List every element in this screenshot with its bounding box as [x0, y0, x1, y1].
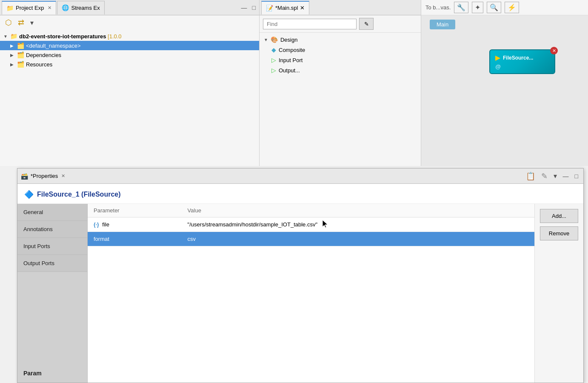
- close-icon[interactable]: ✕: [48, 5, 51, 11]
- canvas-breadcrumb: To b...vas.: [425, 4, 451, 11]
- node-label: FileSource...: [503, 55, 533, 61]
- sidebar-item-input-ports[interactable]: Input Ports: [17, 238, 87, 255]
- canvas-node-filesource[interactable]: ✕ ▶ FileSource... @: [489, 49, 555, 74]
- properties-panel: 🗃️ *Properties ✕ 📋 ✎ ▾ — □ 🔷 FileSource_…: [17, 168, 584, 383]
- param-label-format: format: [94, 236, 109, 242]
- sidebar-item-output-ports[interactable]: Output Ports: [17, 255, 87, 272]
- col-header-value: Value: [182, 204, 534, 217]
- left-toolbar: ⬡ ⇄ ▾: [0, 15, 259, 30]
- dependencies-label: Dependencies: [26, 52, 61, 58]
- tab-main-spl-close[interactable]: ✕: [300, 5, 305, 11]
- spl-tab-bar: 📝 *Main.spl ✕: [260, 0, 421, 15]
- node-arrow-icon: ▶: [495, 54, 500, 62]
- tree-item-default-namespace[interactable]: ▶ 🗂️ <default_namespace>: [0, 41, 259, 50]
- project-root-label: db2-event-store-iot-temperatures [1.0.0: [19, 33, 122, 40]
- tab-main-spl[interactable]: 📝 *Main.spl ✕: [261, 1, 309, 14]
- tree-root[interactable]: ▼ 📁 db2-event-store-iot-temperatures [1.…: [0, 31, 259, 41]
- properties-tab-icon: 🗃️: [21, 173, 28, 180]
- properties-body: General Annotations Input Ports Output P…: [17, 204, 583, 383]
- tree-item-resources[interactable]: ▶ 🗂️ Resources: [0, 60, 259, 69]
- tab-streams-explorer[interactable]: 🌐 Streams Ex: [57, 1, 104, 14]
- props-chevron-icon: ▾: [554, 172, 557, 180]
- sidebar-item-general[interactable]: General: [17, 204, 87, 221]
- canvas-panel: To b...vas. 🔧 ✦ 🔍 ⚡ Main ✕ ▶ FileSource.…: [421, 0, 588, 166]
- remove-button[interactable]: Remove: [540, 226, 578, 240]
- left-tab-bar: 📁 Project Exp ✕ 🌐 Streams Ex — □: [0, 0, 259, 15]
- tab-project-explorer[interactable]: 📁 Project Exp ✕: [2, 1, 56, 14]
- spl-tree-composite[interactable]: ◆ Composite: [260, 45, 421, 55]
- project-explorer-panel: 📁 Project Exp ✕ 🌐 Streams Ex — □ ⬡ ⇄ ▾: [0, 0, 260, 166]
- properties-actions: Add... Remove: [534, 204, 583, 383]
- sidebar-footer-param: Param: [17, 364, 87, 383]
- chevron-down-icon: ▾: [30, 19, 34, 26]
- node-at-symbol: @: [495, 63, 549, 70]
- resources-icon: 🗂️: [17, 61, 24, 68]
- find-bar: ✎: [260, 15, 421, 33]
- input-port-icon: ▷: [271, 57, 276, 63]
- properties-title-bar-actions: 📋 ✎ ▾ — □: [524, 171, 580, 182]
- design-arrow-icon: ▼: [264, 37, 268, 42]
- tree-item-dependencies[interactable]: ▶ 🗂️ Dependencies: [0, 50, 259, 60]
- param-label-file: file: [102, 221, 109, 228]
- heading-icon: 🔷: [24, 190, 34, 199]
- properties-tab-close-icon: ✕: [61, 173, 65, 179]
- canvas-tool-2[interactable]: ✦: [472, 2, 483, 13]
- properties-sidebar: General Annotations Input Ports Output P…: [17, 204, 88, 383]
- param-cell-format: format: [88, 232, 182, 246]
- value-cell-file: "/users/streamsadmin/hostdir/sample_IOT_…: [182, 217, 534, 232]
- node-close-icon[interactable]: ✕: [550, 47, 558, 54]
- canvas-tool-1[interactable]: 🔧: [454, 2, 468, 13]
- properties-heading: 🔷 FileSource_1 (FileSource): [17, 184, 583, 204]
- table-row[interactable]: {·} file "/users/streamsadmin/hostdir/sa…: [88, 217, 534, 232]
- minimize-button[interactable]: —: [240, 3, 249, 12]
- canvas-extra-button[interactable]: ⚡: [505, 2, 519, 13]
- chevron-down-button[interactable]: ▾: [29, 18, 35, 28]
- project-version-label: [1.0.0: [108, 33, 122, 40]
- find-icon: ✎: [364, 21, 369, 27]
- project-tree: ▼ 📁 db2-event-store-iot-temperatures [1.…: [0, 30, 259, 166]
- spl-tree-output[interactable]: ▷ Output...: [260, 65, 421, 75]
- find-input[interactable]: [263, 19, 357, 29]
- project-name-label: db2-event-store-iot-temperatures: [19, 33, 106, 40]
- namespace-label: <default_namespace>: [26, 43, 81, 49]
- col-header-parameter: Parameter: [88, 204, 182, 217]
- dependencies-icon: 🗂️: [17, 51, 24, 58]
- add-button[interactable]: Add...: [540, 209, 578, 223]
- design-icon: 🎨: [271, 36, 278, 43]
- props-edit-button[interactable]: ✎: [539, 171, 549, 182]
- props-maximize-button[interactable]: □: [573, 171, 580, 182]
- collapse-arrow-icon: ▶: [10, 43, 15, 48]
- properties-title-bar: 🗃️ *Properties ✕ 📋 ✎ ▾ — □: [17, 169, 583, 184]
- props-minimize-button[interactable]: —: [561, 171, 571, 182]
- resources-arrow-icon: ▶: [10, 62, 15, 67]
- canvas-main-label: Main: [430, 20, 455, 29]
- project-explorer-icon: 📁: [6, 5, 14, 11]
- props-chevron-button[interactable]: ▾: [552, 171, 559, 182]
- param-cell-file: {·} file: [88, 217, 182, 232]
- table-row[interactable]: format csv: [88, 232, 534, 246]
- spl-editor-panel: 📝 *Main.spl ✕ ✎ ▼ 🎨 Design ◆ Composite: [260, 0, 421, 166]
- composite-icon: ◆: [271, 46, 276, 53]
- tab-project-explorer-label: Project Exp: [16, 5, 44, 11]
- left-tab-bar-actions: — □: [240, 3, 257, 12]
- properties-tab-label: *Properties: [31, 173, 58, 179]
- props-new-button[interactable]: 📋: [524, 171, 537, 182]
- arrows-button[interactable]: ⇄: [16, 17, 26, 28]
- tab-main-spl-label: *Main.spl: [275, 5, 298, 11]
- sidebar-item-annotations[interactable]: Annotations: [17, 221, 87, 238]
- spl-file-icon: 📝: [266, 5, 273, 11]
- spl-outline-tree: ▼ 🎨 Design ◆ Composite ▷ Input Port ▷ Ou…: [260, 33, 421, 166]
- output-label: Output...: [279, 67, 300, 74]
- design-label: Design: [280, 37, 297, 43]
- find-button[interactable]: ✎: [359, 18, 374, 30]
- resources-label: Resources: [26, 61, 52, 68]
- spl-tree-design[interactable]: ▼ 🎨 Design: [260, 34, 421, 45]
- streams-explorer-icon: 🌐: [62, 4, 69, 11]
- maximize-button[interactable]: □: [251, 3, 257, 12]
- heading-label: FileSource_1 (FileSource): [37, 191, 121, 198]
- expand-arrow-icon: ▼: [3, 34, 9, 39]
- sync-button[interactable]: ⬡: [3, 17, 14, 28]
- properties-table-area: Parameter Value {·} file "/users/streams…: [88, 204, 534, 383]
- canvas-search-button[interactable]: 🔍: [487, 2, 501, 13]
- spl-tree-input-port[interactable]: ▷ Input Port: [260, 55, 421, 65]
